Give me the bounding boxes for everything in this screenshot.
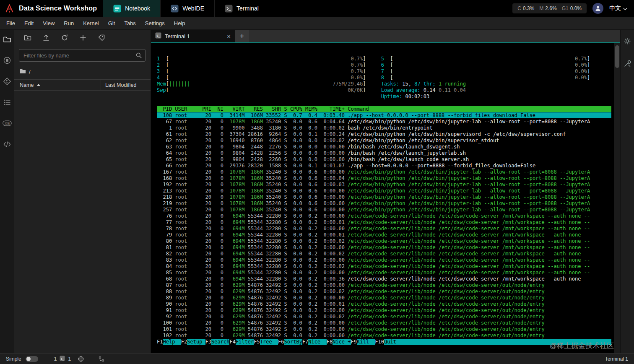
process-row[interactable]: 90 root 20 0 629M 54876 32492 S 0.0 0.2 … <box>157 301 545 307</box>
fkey-label[interactable]: Nice + <box>333 339 351 345</box>
simple-mode-toggle[interactable] <box>26 356 38 362</box>
process-row[interactable]: 61 root 20 0 37304 28616 9264 S 0.0 0.1 … <box>157 131 566 137</box>
extension-icon[interactable] <box>98 34 105 42</box>
process-row[interactable]: 89 root 20 0 629M 54876 32492 S 0.0 0.2 … <box>157 295 545 301</box>
fkey-f6[interactable]: F6 <box>278 339 284 345</box>
column-header-modified[interactable]: Last Modified <box>101 82 151 88</box>
refresh-icon[interactable] <box>61 34 68 42</box>
fkey-label[interactable]: SortBy <box>284 339 302 345</box>
fkey-f2[interactable]: F2 <box>181 339 187 345</box>
nav-tab-notebook[interactable]: Notebook <box>103 0 160 17</box>
process-row[interactable]: 1 root 20 0 9900 3488 3180 S 0.0 0.0 0:0… <box>157 125 433 131</box>
fkey-f5[interactable]: F5 <box>254 339 260 345</box>
new-launcher-icon[interactable] <box>79 34 87 42</box>
tools-icon[interactable] <box>623 59 632 68</box>
fkey-f9[interactable]: F9 <box>351 339 357 345</box>
menu-help[interactable]: Help <box>169 20 190 26</box>
htop-header-row[interactable]: PID USER PRI NI VIRT RES SHR S CPU% MEM%… <box>157 106 611 112</box>
menu-view[interactable]: View <box>38 20 59 26</box>
process-row[interactable]: 62 root 20 0 16940 8760 4864 S 0.0 0.0 0… <box>157 138 499 143</box>
process-row[interactable]: 79 root 20 0 694M 55344 32280 S 0.0 0.2 … <box>157 232 590 238</box>
process-row[interactable]: 218 root 20 0 1078M 186M 35240 S 0.0 0.6… <box>157 194 590 200</box>
menu-run[interactable]: Run <box>59 20 78 26</box>
process-row[interactable]: 67 root 20 0 1078M 186M 35240 S 0.0 0.6 … <box>157 119 590 125</box>
job-icon[interactable]: JOB <box>3 119 12 128</box>
process-row[interactable]: 83 root 20 0 694M 55344 32280 S 0.0 0.2 … <box>157 257 590 263</box>
process-row-selected[interactable]: 108 root 20 0 3414M 106M 33552 S 0.7 0.4… <box>157 112 611 118</box>
settings-icon[interactable] <box>623 36 632 46</box>
column-header-name[interactable]: Name <box>14 80 101 90</box>
menu-settings[interactable]: Settings <box>140 20 169 26</box>
globe-icon[interactable] <box>78 356 84 362</box>
new-folder-icon[interactable] <box>24 34 31 42</box>
process-row[interactable]: 80 root 20 0 694M 55344 32280 S 0.0 0.2 … <box>157 238 590 244</box>
process-row[interactable]: 102 root 20 0 629M 54876 32492 S 0.0 0.2… <box>157 333 545 338</box>
files-icon[interactable] <box>3 35 12 44</box>
nav-tab-terminal[interactable]: Terminal <box>214 0 269 17</box>
fkey-label[interactable]: Filter <box>236 339 254 345</box>
terminal-status-icon[interactable]: $_ <box>60 356 65 362</box>
process-row[interactable]: 68 root 20 0 694M 55344 32280 S 0.0 0.2 … <box>157 276 590 282</box>
tab-terminal-1[interactable]: $_ Terminal 1 × <box>151 30 235 42</box>
avatar[interactable] <box>592 3 603 14</box>
vertical-scrollbar[interactable] <box>614 43 620 353</box>
process-row[interactable]: 219 root 20 0 1078M 186M 35240 S 0.0 0.6… <box>157 200 590 206</box>
fkey-label[interactable]: Nice - <box>308 339 326 345</box>
filter-files-input[interactable] <box>19 49 146 62</box>
fkey-f3[interactable]: F3 <box>205 339 211 345</box>
process-row[interactable]: 78 root 20 0 694M 55344 32280 S 0.0 0.2 … <box>157 226 590 231</box>
process-row[interactable]: 82 root 20 0 694M 55344 32280 S 0.0 0.2 … <box>157 251 590 257</box>
fkey-label[interactable]: Kill <box>357 339 375 345</box>
menu-git[interactable]: Git <box>104 20 120 26</box>
upload-icon[interactable] <box>42 34 50 42</box>
process-row[interactable]: 66 root 20 0 29376 28320 1588 S 0.0 0.1 … <box>157 163 535 169</box>
process-row[interactable]: 64 root 20 0 9804 2428 2256 S 0.0 0.0 0:… <box>157 150 466 156</box>
process-row[interactable]: 88 root 20 0 629M 54876 32492 S 0.0 0.2 … <box>157 289 545 294</box>
process-row[interactable]: 81 root 20 0 694M 55344 32280 S 0.0 0.2 … <box>157 244 590 250</box>
process-row[interactable]: 84 root 20 0 694M 55344 32280 S 0.0 0.2 … <box>157 263 590 269</box>
git-icon[interactable] <box>3 77 12 86</box>
process-row[interactable]: 77 root 20 0 694M 55344 32280 S 0.0 0.2 … <box>157 219 590 225</box>
fkey-f7[interactable]: F7 <box>302 339 308 345</box>
menu-kernel[interactable]: Kernel <box>78 20 104 26</box>
file-list-empty[interactable] <box>14 91 151 353</box>
scrollbar-thumb[interactable] <box>615 45 619 68</box>
breadcrumb[interactable]: / <box>14 66 151 79</box>
process-row[interactable]: 76 root 20 0 694M 55344 32280 S 0.0 0.2 … <box>157 213 590 219</box>
running-icon[interactable] <box>3 56 12 65</box>
process-row[interactable]: 92 root 20 0 629M 54876 32492 S 0.0 0.2 … <box>157 314 545 320</box>
toc-icon[interactable] <box>3 98 12 107</box>
process-row[interactable]: 100 root 20 0 629M 54876 32492 S 0.0 0.2… <box>157 320 545 326</box>
fkey-label[interactable]: Tree <box>260 339 278 345</box>
process-row[interactable]: 167 root 20 0 1078M 186M 35240 S 0.0 0.6… <box>157 169 590 175</box>
process-row[interactable]: 65 root 20 0 9804 2428 2260 S 0.0 0.0 0:… <box>157 156 469 162</box>
new-tab-button[interactable]: + <box>235 30 249 42</box>
terminal-count[interactable]: 1 <box>68 356 71 362</box>
kernel-count[interactable]: 1 <box>54 356 57 362</box>
language-selector[interactable]: 中文 <box>609 5 627 12</box>
menu-edit[interactable]: Edit <box>20 20 38 26</box>
process-row[interactable]: 91 root 20 0 629M 54876 32492 S 0.0 0.2 … <box>157 307 545 313</box>
process-row[interactable]: 213 root 20 0 1078M 186M 35240 S 0.0 0.6… <box>157 188 590 194</box>
resource-stats-chip[interactable]: C0.3%M2.6%G10.0% <box>512 3 587 13</box>
fkey-label[interactable]: Quit <box>384 339 402 345</box>
diff-icon[interactable] <box>99 356 104 362</box>
process-row[interactable]: 87 root 20 0 629M 54876 32492 S 0.0 0.2 … <box>157 282 545 288</box>
snippets-icon[interactable] <box>3 140 12 149</box>
fkey-f4[interactable]: F4 <box>229 339 235 345</box>
htop-terminal-output[interactable]: 1 [ 0.7%] 5 [ 0.7%] 2 [ <box>157 56 620 345</box>
process-row[interactable]: 63 root 20 0 9804 2448 2276 S 0.0 0.0 0:… <box>157 144 460 150</box>
fkey-label[interactable]: Help <box>163 339 181 345</box>
menu-file[interactable]: File <box>2 20 20 26</box>
close-icon[interactable]: × <box>227 33 231 39</box>
fkey-label[interactable]: Search <box>211 339 229 345</box>
fkey-label[interactable]: Setup <box>187 339 205 345</box>
process-row[interactable]: 85 root 20 0 694M 55344 32280 S 0.0 0.2 … <box>157 270 590 276</box>
fkey-f10[interactable]: F10 <box>375 339 384 345</box>
process-row[interactable]: 101 root 20 0 629M 54876 32492 S 0.0 0.2… <box>157 326 545 332</box>
fkey-f1[interactable]: F1 <box>157 339 163 345</box>
fkey-f8[interactable]: F8 <box>327 339 333 345</box>
nav-tab-webide[interactable]: WebIDE <box>160 0 214 17</box>
process-row[interactable]: 168 root 20 0 1078M 186M 35240 S 0.0 0.6… <box>157 175 590 181</box>
process-row[interactable]: 192 root 20 0 1078M 186M 35240 S 0.0 0.6… <box>157 182 590 187</box>
